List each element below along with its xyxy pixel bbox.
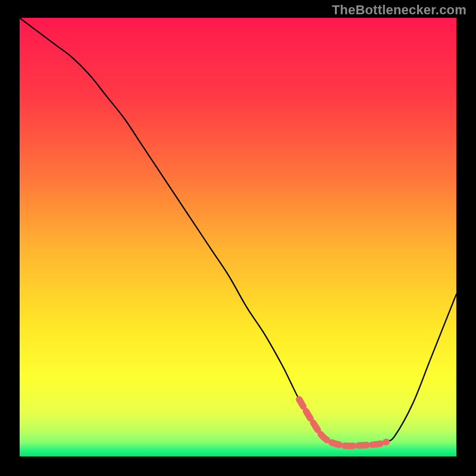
chart-stage: TheBottlenecker.com [0,0,476,476]
attribution-text: TheBottlenecker.com [332,2,466,18]
curve-layer [20,18,456,456]
optimal-band-accent [299,399,387,446]
bottleneck-curve [20,18,456,446]
plot-area [20,18,456,456]
